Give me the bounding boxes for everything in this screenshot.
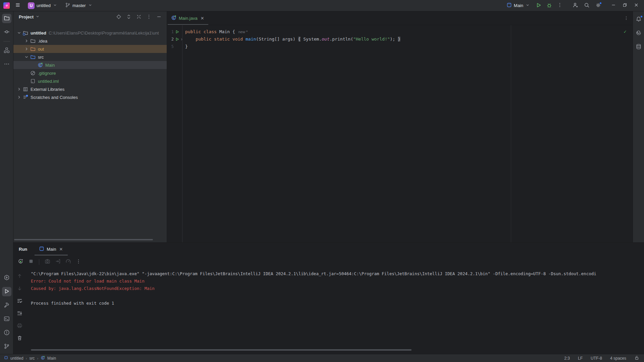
chevron-down-icon[interactable]: [16, 31, 22, 35]
line-separator[interactable]: LF: [578, 356, 583, 361]
code-line[interactable]: 1public class Main {new *: [167, 28, 633, 36]
close-tab-icon[interactable]: ✕: [200, 16, 205, 21]
run-configuration-widget[interactable]: Main: [504, 1, 532, 10]
code-editor[interactable]: 1public class Main {new *2 public static…: [167, 25, 633, 242]
toolwindow-services-button[interactable]: [2, 273, 11, 283]
tree-item-untitled-iml[interactable]: untitled.iml: [13, 77, 167, 85]
prev-occurrence-button[interactable]: [15, 272, 24, 280]
tree-item-label: src: [38, 55, 44, 60]
inspection-status-icon[interactable]: ✓: [624, 28, 627, 35]
search-everywhere-button[interactable]: [582, 1, 591, 10]
attach-debugger-button[interactable]: [53, 257, 62, 266]
console-line-stdout: "C:\Program Files\Java\jdk-22\bin\java.e…: [31, 270, 644, 278]
stop-button[interactable]: [26, 257, 35, 266]
next-occurrence-button[interactable]: [15, 284, 24, 293]
window-minimize-button[interactable]: [609, 1, 618, 10]
editor-tab-main-java[interactable]: Main.java ✕: [168, 11, 208, 25]
vcs-branch-widget[interactable]: master: [63, 1, 95, 10]
toolwindow-build-button[interactable]: [2, 301, 11, 310]
tree-item-external-libraries[interactable]: External Libraries: [13, 85, 167, 93]
tree-item-untitled[interactable]: untitledC:\Users\ElansPC\Desktop\Program…: [13, 29, 167, 37]
breadcrumb-item[interactable]: Main: [47, 356, 56, 361]
collapse-all-button[interactable]: [135, 12, 143, 21]
run-gutter-icon[interactable]: [174, 37, 180, 42]
project-widget[interactable]: U untitled: [26, 1, 59, 10]
tree-item--idea[interactable]: .idea: [13, 37, 167, 45]
toolwindow-git-button[interactable]: [2, 342, 11, 351]
line-number: 5: [167, 43, 174, 50]
window-close-button[interactable]: [632, 1, 641, 10]
expand-all-button[interactable]: [124, 12, 133, 21]
debug-button[interactable]: [545, 1, 553, 10]
tree-item-main[interactable]: Main: [13, 61, 167, 69]
toolwindow-structure-button[interactable]: [2, 46, 11, 55]
main-menu-button[interactable]: [13, 1, 22, 10]
structure-icon: [4, 47, 10, 54]
close-tab-icon[interactable]: ✕: [58, 247, 63, 252]
run-options-button[interactable]: [74, 257, 83, 266]
breadcrumb-item[interactable]: src: [29, 356, 35, 361]
tree-item--gitignore[interactable]: .gitignore: [13, 69, 167, 77]
tree-item-out[interactable]: out: [13, 45, 167, 53]
editor-tab-options-button[interactable]: [624, 14, 633, 22]
code-with-me-button[interactable]: [571, 1, 580, 10]
chevron-down-icon[interactable]: [35, 14, 40, 20]
scroll-to-end-button[interactable]: [15, 309, 24, 317]
caret-position[interactable]: 2:3: [564, 356, 570, 361]
run-button[interactable]: [534, 1, 543, 10]
code-line[interactable]: 5}: [167, 43, 633, 50]
tree-item-scratches-and-consoles[interactable]: Scratches and Consoles: [13, 93, 167, 101]
window-restore-button[interactable]: [621, 1, 629, 10]
chevron-right-icon[interactable]: [23, 47, 30, 51]
code-vision-inlay[interactable]: new *: [238, 30, 248, 34]
problems-icon: [4, 329, 10, 337]
chevron-right-icon[interactable]: [16, 87, 22, 92]
toolwindow-problems-button[interactable]: [2, 328, 11, 338]
tree-item-src[interactable]: src: [13, 53, 167, 61]
profiler-button[interactable]: [64, 257, 72, 266]
title-bar: IJ U untitled master Main: [0, 0, 644, 11]
unlock-icon[interactable]: [634, 355, 639, 361]
thread-dump-button[interactable]: [43, 257, 52, 266]
toolwindow-terminal-button[interactable]: [2, 314, 11, 324]
print-button[interactable]: [15, 321, 24, 330]
toolwindow-project-button[interactable]: [2, 14, 11, 23]
notifications-button[interactable]: [634, 15, 643, 24]
project-avatar: U: [28, 2, 35, 9]
ignored-icon: [30, 70, 36, 76]
project-horizontal-scrollbar[interactable]: [14, 239, 153, 240]
run-panel-title[interactable]: Run: [19, 247, 27, 252]
more-toolwindows-button[interactable]: [2, 60, 11, 69]
console-output[interactable]: "C:\Program Files\Java\jdk-22\bin\java.e…: [25, 268, 644, 354]
code-line[interactable]: 2 public static void main(String[] args)…: [167, 36, 633, 43]
fold-indicator-icon[interactable]: [180, 38, 183, 41]
breadcrumb-item[interactable]: untitled: [10, 356, 23, 361]
locate-file-button[interactable]: [114, 12, 123, 21]
ai-assistant-button[interactable]: [634, 28, 643, 38]
indent-style[interactable]: 4 spaces: [610, 356, 626, 361]
toolwindow-commit-button[interactable]: [2, 27, 11, 37]
tree-item-label: .idea: [38, 39, 47, 44]
console-line-error: Error: Could not find or load main class…: [31, 278, 644, 285]
more-actions-button[interactable]: [555, 1, 564, 10]
clear-console-button[interactable]: [15, 334, 24, 342]
branch-name-label: master: [72, 3, 86, 8]
soft-wrap-button[interactable]: [15, 296, 24, 305]
database-button[interactable]: [634, 42, 643, 52]
hide-panel-button[interactable]: [155, 12, 163, 21]
file-encoding[interactable]: UTF-8: [591, 356, 602, 361]
folder-excluded-icon: [30, 46, 36, 52]
breadcrumbs: untitled›src›Main: [4, 356, 56, 361]
run-config-app-icon: [39, 246, 44, 252]
chevron-down-icon[interactable]: [23, 55, 30, 59]
console-horizontal-scrollbar[interactable]: [31, 349, 412, 351]
chevron-right-icon[interactable]: [16, 95, 22, 100]
panel-options-button[interactable]: [145, 12, 153, 21]
run-tab-main[interactable]: Main ✕: [36, 243, 66, 255]
chevron-right-icon[interactable]: [23, 39, 30, 43]
run-gutter-icon[interactable]: [174, 29, 180, 34]
toolwindow-run-button[interactable]: [2, 287, 11, 296]
settings-button[interactable]: [594, 1, 602, 10]
rerun-button[interactable]: [16, 257, 25, 266]
project-panel-title[interactable]: Project: [19, 14, 34, 19]
